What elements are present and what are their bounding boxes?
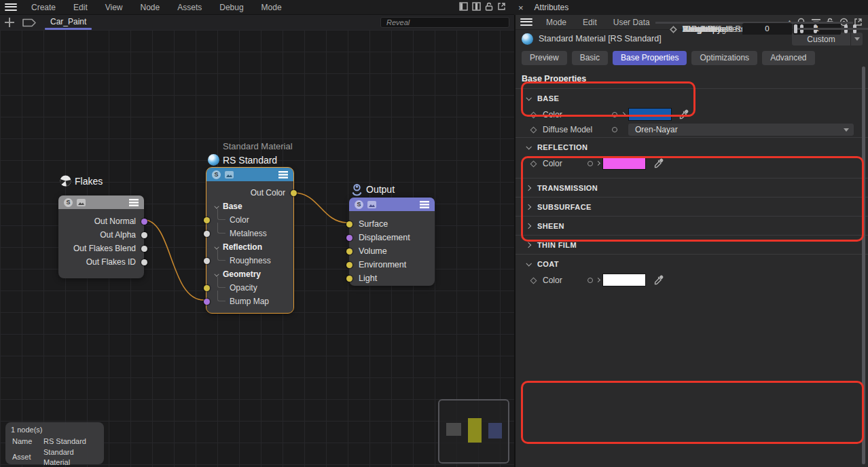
output-port-dot[interactable] [141, 246, 147, 252]
flakes-node[interactable]: S Out NormalOut AlphaOut Flakes BlendOut… [58, 195, 144, 278]
rs-standard-node[interactable]: S Out ColorBaseColorMetalnessReflectionR… [206, 168, 293, 313]
port-circle-icon[interactable] [587, 278, 593, 283]
port-circle-icon[interactable] [612, 127, 617, 132]
keyframe-diamond-icon[interactable] [530, 161, 537, 168]
keyframe-diamond-icon[interactable] [530, 278, 537, 284]
output-port-dot[interactable] [141, 259, 147, 265]
keyframe-diamond-icon[interactable] [530, 112, 537, 119]
input-port-dot[interactable] [204, 299, 210, 305]
node-shape-icon[interactable] [22, 18, 37, 27]
output-node-header[interactable]: S [349, 198, 435, 211]
slider[interactable] [795, 28, 868, 30]
section-header-transmission[interactable]: TRANSMISSION [516, 179, 868, 197]
eyedropper-icon[interactable] [679, 109, 689, 119]
section-header-thin-film[interactable]: THIN FILM [516, 236, 868, 254]
slider-handle[interactable] [794, 24, 797, 33]
close-panel-icon[interactable]: × [514, 3, 529, 13]
chevron-down-icon[interactable] [214, 272, 219, 276]
chevron-right-icon[interactable] [526, 223, 531, 228]
menu-mode[interactable]: Mode [253, 3, 291, 12]
color-swatch[interactable] [628, 108, 672, 121]
chevron-right-icon[interactable] [526, 185, 531, 190]
chevron-down-icon[interactable] [214, 244, 219, 249]
add-node-icon[interactable] [4, 17, 15, 28]
chevron-right-icon[interactable] [621, 112, 626, 117]
panel-scrollbar[interactable] [862, 67, 865, 464]
rs-standard-node-header[interactable]: S [206, 168, 293, 181]
menu-node[interactable]: Node [132, 3, 169, 12]
node-menu-icon[interactable] [278, 171, 288, 179]
output-port-dot[interactable] [141, 219, 147, 225]
flakes-node-header[interactable]: S [58, 195, 144, 209]
lock-icon[interactable] [485, 2, 493, 11]
wire-flakes-to-bumpmap[interactable] [144, 220, 204, 300]
section-header-coat[interactable]: COAT [516, 255, 868, 273]
chevron-right-icon[interactable] [526, 242, 531, 247]
tab-basic[interactable]: Basic [572, 51, 608, 65]
wire-outcolor-to-surface[interactable] [294, 193, 348, 223]
section-label: SHEEN [537, 222, 564, 230]
output-port-dot[interactable] [291, 190, 297, 196]
navigator-minimap[interactable] [438, 399, 509, 464]
menu-view[interactable]: View [96, 3, 132, 12]
section-header-sheen[interactable]: SHEEN [516, 217, 868, 235]
input-port-dot[interactable] [204, 217, 210, 223]
color-swatch[interactable] [602, 274, 646, 286]
split-right-icon[interactable] [472, 2, 481, 11]
attributes-menu-icon[interactable] [520, 18, 532, 26]
tab-advanced[interactable]: Advanced [762, 51, 814, 65]
rs-standard-node-icon [208, 154, 219, 166]
port-circle-icon[interactable] [727, 26, 733, 31]
section-header-subsurface[interactable]: SUBSURFACE [516, 198, 868, 216]
menu-create[interactable]: Create [22, 3, 65, 12]
value-field[interactable]: 0 [742, 23, 792, 35]
preset-dropdown-arrow[interactable] [850, 33, 863, 45]
popout-icon[interactable] [497, 2, 506, 11]
reveal-search-input[interactable]: Reveal [380, 17, 509, 28]
chevron-down-icon[interactable] [214, 204, 219, 208]
tab-car-paint[interactable]: Car_Paint [45, 16, 92, 29]
port-environment: Environment [349, 258, 435, 272]
node-graph-canvas[interactable]: Flakes S Out NormalOut AlphaOut Flakes B… [0, 30, 514, 467]
menu-debug[interactable]: Debug [211, 3, 252, 12]
attributes-menu-edit[interactable]: Edit [575, 18, 605, 27]
eyedropper-icon[interactable] [653, 274, 664, 285]
preset-dropdown[interactable]: Custom [792, 33, 863, 45]
input-port-dot[interactable] [346, 262, 352, 268]
chevron-right-icon[interactable] [526, 204, 531, 209]
main-menu-icon[interactable] [5, 3, 17, 12]
input-port-dot[interactable] [346, 221, 352, 227]
keyframe-diamond-icon[interactable] [530, 127, 537, 134]
menu-assets[interactable]: Assets [168, 3, 211, 12]
section-header-base[interactable]: BASE [516, 89, 868, 107]
node-editor-toolbar: Car_Paint Reveal [0, 15, 514, 30]
split-left-icon[interactable] [459, 2, 468, 11]
port-circle-icon[interactable] [612, 112, 617, 117]
chevron-down-icon[interactable] [526, 144, 531, 149]
section-header-reflection[interactable]: REFLECTION [516, 138, 868, 156]
attributes-menu-user-data[interactable]: User Data [605, 18, 658, 27]
input-port-dot[interactable] [346, 235, 352, 241]
output-node[interactable]: S SurfaceDisplacementVolumeEnvironmentLi… [349, 198, 435, 286]
node-menu-icon[interactable] [129, 199, 139, 206]
output-port-dot[interactable] [141, 232, 147, 238]
port-circle-icon[interactable] [587, 161, 593, 166]
input-port-dot[interactable] [346, 276, 352, 282]
chevron-right-icon[interactable] [596, 278, 600, 282]
dropdown-diffuse-model[interactable]: Oren-Nayar [628, 124, 854, 136]
chevron-right-icon[interactable] [596, 161, 600, 166]
tab-preview[interactable]: Preview [522, 51, 567, 65]
tab-base-properties[interactable]: Base Properties [613, 51, 687, 65]
attributes-menu-mode[interactable]: Mode [538, 18, 575, 27]
input-port-dot[interactable] [346, 248, 352, 255]
eyedropper-icon[interactable] [653, 157, 664, 168]
input-port-dot[interactable] [204, 285, 210, 291]
input-port-dot[interactable] [204, 231, 210, 237]
input-port-dot[interactable] [204, 258, 210, 264]
chevron-down-icon[interactable] [526, 261, 531, 266]
color-swatch[interactable] [602, 157, 646, 170]
chevron-down-icon[interactable] [526, 95, 531, 100]
tab-optimizations[interactable]: Optimizations [691, 51, 757, 65]
menu-edit[interactable]: Edit [65, 3, 96, 12]
node-menu-icon[interactable] [420, 201, 429, 208]
